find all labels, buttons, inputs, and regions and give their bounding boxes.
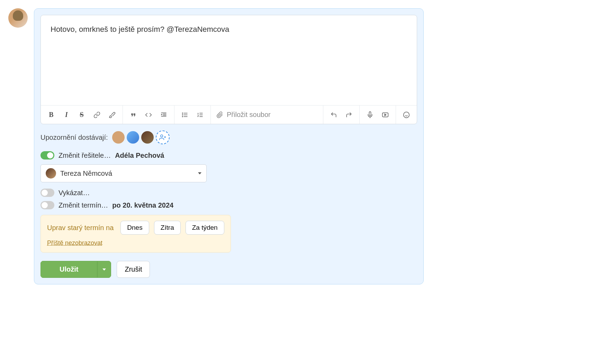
ul-button[interactable]: [177, 107, 192, 122]
deadline-suggest-label: Uprav starý termín na: [47, 224, 114, 232]
toolbar-group-emoji: [396, 106, 417, 124]
notify-avatars: [112, 130, 170, 144]
message-input[interactable]: Hotovo, omrkneš to ještě prosím? @Tereza…: [41, 15, 417, 105]
strike-icon: S: [80, 111, 83, 119]
svg-point-9: [182, 116, 183, 117]
assignee-select[interactable]: Tereza Němcová: [40, 164, 207, 182]
svg-point-8: [182, 115, 183, 115]
deadline-toggle[interactable]: [40, 201, 54, 209]
notify-avatar[interactable]: [127, 131, 139, 144]
attach-label: Přiložit soubor: [227, 111, 271, 119]
mic-icon: [367, 111, 374, 118]
ol-button[interactable]: [192, 107, 208, 122]
toolbar-group-format: B I S: [41, 106, 123, 124]
svg-marker-15: [385, 114, 386, 116]
redo-button[interactable]: [341, 107, 357, 122]
save-button[interactable]: Uložit: [40, 261, 97, 278]
track-toggle[interactable]: [40, 189, 54, 197]
redo-icon: [345, 111, 352, 118]
svg-point-19: [160, 135, 163, 137]
undo-button[interactable]: [326, 107, 341, 122]
brush-icon: [109, 111, 116, 118]
add-notify-person-button[interactable]: [156, 130, 170, 144]
link-button[interactable]: [89, 107, 105, 122]
video-icon: [382, 111, 389, 118]
notify-label: Upozornění dostávají:: [40, 134, 108, 142]
deadline-suggest-dismiss[interactable]: Příště nezobrazovat: [47, 239, 102, 247]
action-row: Uložit Zrušit: [40, 261, 417, 278]
compose-panel: Hotovo, omrkneš to ještě prosím? @Tereza…: [34, 8, 424, 284]
italic-icon: I: [65, 111, 68, 119]
assignee-select-avatar: [46, 168, 56, 179]
toolbar-group-history: [323, 106, 360, 124]
notify-avatar[interactable]: [141, 131, 154, 144]
track-row: Vykázat…: [40, 186, 417, 199]
editor-toolbar: B I S: [41, 105, 417, 124]
code-button[interactable]: [141, 107, 156, 122]
save-dropdown-button[interactable]: [97, 261, 111, 278]
quote-icon: [130, 111, 137, 118]
chevron-down-icon: [198, 172, 201, 174]
notify-avatar[interactable]: [112, 131, 125, 144]
deadline-suggest-box: Uprav starý termín na Dnes Zítra Za týde…: [40, 215, 231, 253]
notify-row: Upozornění dostávají:: [40, 124, 417, 149]
deadline-option-week[interactable]: Za týden: [186, 221, 224, 235]
ul-icon: [181, 111, 188, 118]
toolbar-group-media: [360, 106, 396, 124]
assignee-row: Změnit řešitele… Adéla Pechová: [40, 149, 417, 162]
emoji-button[interactable]: [399, 107, 414, 122]
assignee-select-value: Tereza Němcová: [60, 170, 194, 178]
assignee-toggle-label: Změnit řešitele…: [58, 152, 111, 160]
svg-point-7: [182, 113, 183, 113]
ol-icon: [197, 111, 204, 118]
paperclip-icon: [216, 111, 223, 118]
deadline-row: Změnit termín… po 20. května 2024: [40, 199, 417, 211]
bold-icon: B: [49, 111, 53, 119]
chevron-down-icon: [102, 269, 106, 271]
cancel-button[interactable]: Zrušit: [117, 261, 150, 278]
deadline-date: po 20. května 2024: [112, 201, 173, 209]
attach-file-button[interactable]: Přiložit soubor: [211, 106, 323, 124]
assignee-current-name: Adéla Pechová: [115, 152, 164, 160]
undo-icon: [330, 111, 337, 118]
quote-button[interactable]: [126, 107, 141, 122]
link-icon: [93, 111, 100, 118]
italic-button[interactable]: I: [59, 107, 74, 122]
toolbar-group-block: [123, 106, 174, 124]
indent-icon: [160, 111, 167, 118]
toolbar-group-list: [174, 106, 211, 124]
deadline-toggle-label: Změnit termín…: [58, 201, 108, 209]
indent-button[interactable]: [156, 107, 171, 122]
author-avatar: [8, 8, 28, 28]
bold-button[interactable]: B: [44, 107, 59, 122]
brush-button[interactable]: [105, 107, 120, 122]
assignee-toggle[interactable]: [40, 151, 54, 160]
code-icon: [145, 111, 152, 118]
video-button[interactable]: [378, 107, 393, 122]
strike-button[interactable]: S: [74, 107, 89, 122]
deadline-option-today[interactable]: Dnes: [120, 221, 149, 235]
person-plus-icon: [159, 134, 166, 141]
save-button-group: Uložit: [40, 261, 111, 278]
emoji-icon: [403, 111, 410, 118]
svg-point-16: [404, 112, 410, 118]
mic-button[interactable]: [362, 107, 378, 122]
deadline-option-tomorrow[interactable]: Zítra: [154, 221, 181, 235]
track-toggle-label: Vykázat…: [58, 189, 90, 197]
editor-box: Hotovo, omrkneš to ještě prosím? @Tereza…: [40, 15, 417, 124]
